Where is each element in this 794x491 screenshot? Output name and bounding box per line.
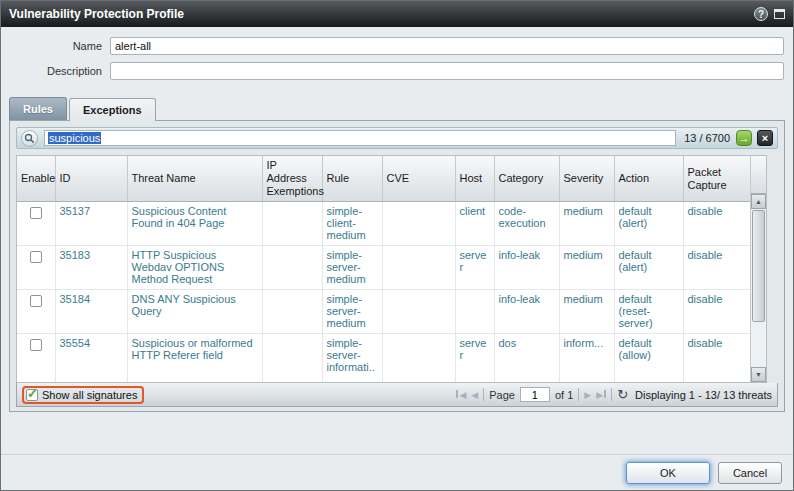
cell-severity: inform... <box>559 334 614 384</box>
enable-checkbox[interactable] <box>30 251 42 263</box>
cell-host: server <box>455 246 494 290</box>
apply-filter-button[interactable]: → <box>736 130 752 146</box>
cell-cve <box>382 202 455 246</box>
cell-action: default (reset-server) <box>614 290 683 334</box>
cell-category: info-leak <box>494 246 559 290</box>
cell-id: 35183 <box>55 246 127 290</box>
enable-cell <box>17 202 55 246</box>
enable-checkbox[interactable] <box>30 207 42 219</box>
cancel-button[interactable]: Cancel <box>718 462 782 484</box>
cell-severity: medium <box>559 246 614 290</box>
scrollbar-header-cap <box>750 156 766 194</box>
tab-rules[interactable]: Rules <box>9 97 67 120</box>
column-header-host[interactable]: Host <box>455 156 494 202</box>
enable-checkbox[interactable] <box>30 339 42 351</box>
ok-button[interactable]: OK <box>626 462 710 484</box>
column-header-ip-address-exemptions[interactable]: IP Address Exemptions <box>262 156 322 202</box>
cell-cve <box>382 334 455 384</box>
vulnerability-protection-profile-dialog: Vulnerability Protection Profile ? Name … <box>0 0 794 491</box>
pager-divider <box>611 388 612 401</box>
column-header-severity[interactable]: Severity <box>559 156 614 202</box>
search-input[interactable]: suspicious <box>44 130 676 146</box>
tab-exceptions[interactable]: Exceptions <box>69 98 156 121</box>
dialog-footer: OK Cancel <box>1 454 793 490</box>
tab-bar: Rules Exceptions <box>9 97 793 120</box>
last-page-icon[interactable]: ▶ <box>596 389 606 401</box>
column-header-category[interactable]: Category <box>494 156 559 202</box>
help-icon[interactable]: ? <box>754 7 768 21</box>
cell-id: 35184 <box>55 290 127 334</box>
cell-threat-name[interactable]: HTTP Suspicious Webdav OPTIONS Method Re… <box>127 246 262 290</box>
search-icon[interactable] <box>21 130 38 147</box>
enable-checkbox[interactable] <box>30 295 42 307</box>
enable-cell <box>17 290 55 334</box>
column-header-rule[interactable]: Rule <box>322 156 382 202</box>
enable-cell <box>17 334 55 384</box>
pagination-bar: ◀ ◀ Page of 1 ▶ ▶ ↻ Displaying 1 - 13/ 1… <box>456 387 772 402</box>
column-header-id[interactable]: ID <box>55 156 127 202</box>
table-row: 35184DNS ANY Suspicious Querysimple-serv… <box>17 290 752 334</box>
name-input[interactable] <box>110 37 784 55</box>
threat-table-header-row: EnableIDThreat NameIP Address Exemptions… <box>17 156 752 202</box>
cell-threat-name[interactable]: Suspicious Content Found in 404 Page <box>127 202 262 246</box>
cell-cve <box>382 246 455 290</box>
cell-id: 35554 <box>55 334 127 384</box>
cell-action: default (alert) <box>614 246 683 290</box>
profile-form: Name Description <box>1 27 793 91</box>
column-header-enable[interactable]: Enable <box>17 156 55 202</box>
cell-threat-name[interactable]: Suspicious or malformed HTTP Referer fie… <box>127 334 262 384</box>
page-of-label: of 1 <box>555 389 573 401</box>
clear-filter-button[interactable]: × <box>757 130 773 146</box>
displaying-status: Displaying 1 - 13/ 13 threats <box>635 389 772 401</box>
popout-window-icon[interactable] <box>774 9 785 19</box>
scroll-up-icon[interactable]: ▲ <box>751 194 766 209</box>
cell-cve <box>382 290 455 334</box>
pager-divider <box>483 388 484 401</box>
table-row: 35183HTTP Suspicious Webdav OPTIONS Meth… <box>17 246 752 290</box>
cell-rule: simple-server-medium <box>322 246 382 290</box>
name-label: Name <box>10 40 110 52</box>
cell-category: dos <box>494 334 559 384</box>
scroll-down-icon[interactable]: ▼ <box>751 367 766 382</box>
search-result-count: 13 / 6700 <box>684 132 730 144</box>
dialog-titlebar: Vulnerability Protection Profile ? <box>1 1 793 27</box>
cell-rule: simple-server-informati... <box>322 334 382 384</box>
column-header-packet-capture[interactable]: Packet Capture <box>683 156 752 202</box>
prev-page-icon[interactable]: ◀ <box>471 389 478 401</box>
next-page-icon[interactable]: ▶ <box>584 389 591 401</box>
show-all-signatures-label: Show all signatures <box>42 389 137 401</box>
first-page-icon[interactable]: ◀ <box>456 389 466 401</box>
name-row: Name <box>10 37 784 55</box>
cell-rule: simple-server-medium <box>322 290 382 334</box>
threat-table: EnableIDThreat NameIP Address Exemptions… <box>16 155 767 383</box>
cell-packet-capture: disable <box>683 246 752 290</box>
show-all-signatures-checkbox[interactable]: ✓ <box>26 389 38 401</box>
cell-packet-capture: disable <box>683 290 752 334</box>
titlebar-icons: ? <box>754 7 785 21</box>
cell-threat-name[interactable]: DNS ANY Suspicious Query <box>127 290 262 334</box>
annotation-highlight: ✓ Show all signatures <box>22 386 144 404</box>
table-row: 35554Suspicious or malformed HTTP Refere… <box>17 334 752 384</box>
cell-ip-address-exemptions <box>262 246 322 290</box>
cell-host: server <box>455 334 494 384</box>
column-header-action[interactable]: Action <box>614 156 683 202</box>
cell-host <box>455 290 494 334</box>
vertical-scrollbar[interactable]: ▲ ▼ <box>750 194 766 382</box>
cell-category: info-leak <box>494 290 559 334</box>
scrollbar-thumb[interactable] <box>752 210 765 322</box>
column-header-cve[interactable]: CVE <box>382 156 455 202</box>
refresh-icon[interactable]: ↻ <box>617 388 628 401</box>
cell-id: 35137 <box>55 202 127 246</box>
page-label: Page <box>489 389 515 401</box>
exceptions-panel: suspicious 13 / 6700 → × EnableIDThreat … <box>9 120 785 412</box>
cell-action: default (allow) <box>614 334 683 384</box>
cell-packet-capture: disable <box>683 202 752 246</box>
cell-host: client <box>455 202 494 246</box>
enable-cell <box>17 246 55 290</box>
cell-rule: simple-client-medium <box>322 202 382 246</box>
column-header-threat-name[interactable]: Threat Name <box>127 156 262 202</box>
page-number-input[interactable] <box>520 387 550 402</box>
description-input[interactable] <box>110 62 784 80</box>
dialog-title: Vulnerability Protection Profile <box>9 7 754 21</box>
search-bar: suspicious 13 / 6700 → × <box>16 127 778 149</box>
